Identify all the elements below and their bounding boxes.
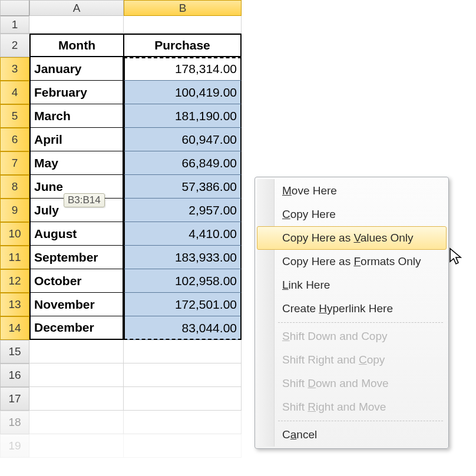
menu-move-here[interactable]: Move Here	[257, 179, 447, 203]
menu-copy-formats-only[interactable]: Copy Here as Formats Only	[257, 250, 447, 273]
cell-value[interactable]: 172,501.00	[124, 293, 242, 316]
menu-create-hyperlink[interactable]: Create Hyperlink Here	[257, 297, 447, 320]
menu-text: opy Here	[290, 208, 336, 220]
cell-month[interactable]: September	[29, 246, 124, 269]
cell[interactable]	[29, 411, 124, 434]
menu-copy-here[interactable]: Copy Here	[257, 203, 447, 226]
menu-accel: M	[282, 184, 292, 197]
header-purchase[interactable]: Purchase	[124, 34, 242, 57]
menu-text: Copy Here as	[282, 232, 353, 244]
cell[interactable]	[29, 387, 124, 411]
cell-value[interactable]: 83,044.00	[124, 316, 242, 340]
cell[interactable]	[124, 363, 242, 387]
menu-text: Shift	[282, 401, 308, 413]
menu-text: Shift Right and	[282, 353, 359, 366]
cell-month[interactable]: November	[29, 293, 124, 316]
menu-accel: R	[308, 401, 316, 413]
menu-accel: C	[359, 353, 367, 366]
cell-value[interactable]: 2,957.00	[124, 199, 242, 222]
row-header[interactable]: 1	[0, 16, 29, 34]
cell-month[interactable]: August	[29, 222, 124, 246]
row-header[interactable]: 18	[0, 411, 29, 434]
row-header[interactable]: 13	[0, 293, 29, 316]
cell-month[interactable]: October	[29, 269, 124, 293]
menu-copy-values-only[interactable]: Copy Here as Values Only	[257, 226, 447, 250]
menu-accel: H	[319, 302, 327, 315]
header-month[interactable]: Month	[29, 34, 124, 57]
menu-link-here[interactable]: Link Here	[257, 273, 447, 297]
row-header[interactable]: 7	[0, 151, 29, 175]
row-header[interactable]: 16	[0, 363, 29, 387]
cell-month[interactable]: April	[29, 128, 124, 151]
menu-text: Copy Here as	[282, 255, 353, 267]
cell[interactable]	[29, 16, 124, 34]
row-header[interactable]: 6	[0, 128, 29, 151]
menu-text: ormats Only	[361, 255, 421, 267]
row-header[interactable]: 3	[0, 57, 29, 81]
cell[interactable]	[124, 16, 242, 34]
cell-month[interactable]: January	[29, 57, 124, 81]
cell-value[interactable]: 183,933.00	[124, 246, 242, 269]
cell[interactable]	[124, 411, 242, 434]
menu-separator	[278, 421, 443, 421]
row-header[interactable]: 15	[0, 340, 29, 363]
range-tooltip: B3:B14	[64, 193, 105, 207]
cell[interactable]	[124, 434, 242, 458]
menu-text: ight and Move	[316, 401, 386, 413]
cell-month[interactable]: March	[29, 104, 124, 128]
menu-shift-down-copy: Shift Down and Copy	[257, 325, 447, 348]
cell[interactable]	[29, 434, 124, 458]
row-header[interactable]: 5	[0, 104, 29, 128]
col-header-b[interactable]: B	[124, 0, 242, 16]
menu-accel: C	[282, 208, 290, 220]
cell[interactable]	[29, 340, 124, 363]
menu-text: ink Here	[289, 279, 330, 291]
row-header[interactable]: 11	[0, 246, 29, 269]
cell-value[interactable]: 4,410.00	[124, 222, 242, 246]
cell-month[interactable]: May	[29, 151, 124, 175]
menu-text: Shift	[282, 377, 308, 389]
menu-accel: D	[308, 377, 316, 389]
menu-text: yperlink Here	[327, 302, 393, 315]
menu-shift-right-move: Shift Right and Move	[257, 395, 447, 419]
menu-text: Create	[282, 302, 319, 315]
row-header[interactable]: 4	[0, 81, 29, 104]
menu-text: ncel	[296, 428, 317, 441]
cell[interactable]	[124, 340, 242, 363]
cell-month[interactable]: December	[29, 316, 124, 340]
cell[interactable]	[124, 387, 242, 411]
row-header[interactable]: 17	[0, 387, 29, 411]
menu-separator	[278, 322, 443, 323]
menu-text: C	[282, 428, 290, 441]
row-header[interactable]: 10	[0, 222, 29, 246]
menu-cancel[interactable]: Cancel	[257, 423, 447, 447]
select-all-corner[interactable]	[0, 0, 29, 16]
row-header[interactable]: 14	[0, 316, 29, 340]
cell-value[interactable]: 66,849.00	[124, 151, 242, 175]
cell-value[interactable]: 181,190.00	[124, 104, 242, 128]
menu-accel: a	[290, 428, 297, 441]
drag-context-menu: Move Here Copy Here Copy Here as Values …	[254, 177, 449, 449]
row-header[interactable]: 12	[0, 269, 29, 293]
cell-value[interactable]: 178,314.00	[124, 57, 242, 81]
menu-text: own and Move	[316, 377, 389, 389]
menu-text: hift Down and Copy	[290, 330, 388, 342]
cell-value[interactable]: 60,947.00	[124, 128, 242, 151]
row-header[interactable]: 9	[0, 199, 29, 222]
row-header[interactable]: 19	[0, 434, 29, 458]
menu-shift-right-copy: Shift Right and Copy	[257, 348, 447, 372]
menu-accel: S	[282, 330, 290, 342]
cell[interactable]	[29, 363, 124, 387]
menu-shift-down-move: Shift Down and Move	[257, 372, 447, 395]
row-header[interactable]: 8	[0, 175, 29, 199]
cell-value[interactable]: 102,958.00	[124, 269, 242, 293]
cell-value[interactable]: 100,419.00	[124, 81, 242, 104]
menu-text: opy	[367, 353, 385, 366]
menu-text: ove Here	[292, 184, 337, 197]
menu-accel: L	[282, 279, 289, 291]
cell-month[interactable]: February	[29, 81, 124, 104]
cell-value[interactable]: 57,386.00	[124, 175, 242, 199]
menu-accel: V	[353, 232, 360, 244]
row-header[interactable]: 2	[0, 34, 29, 57]
col-header-a[interactable]: A	[29, 0, 124, 16]
